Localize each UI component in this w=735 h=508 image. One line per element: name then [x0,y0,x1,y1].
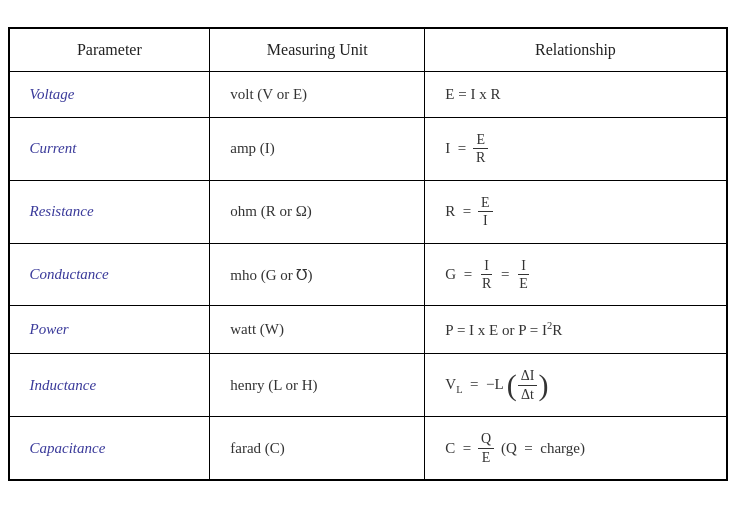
param-power: Power [9,306,210,354]
formula-resistance: R = E I [445,195,705,229]
table-row: Current amp (I) I = E R [9,118,726,181]
unit-inductance: henry (L or H) [210,354,425,417]
formula-capacitance: C = Q E (Q = charge) [445,431,705,465]
table-row: Power watt (W) P = I x E or P = I2R [9,306,726,354]
header-relationship: Relationship [425,29,726,72]
unit-resistance: ohm (R or Ω) [210,180,425,243]
rel-conductance: G = I R = I E [425,243,726,306]
unit-conductance: mho (G or ℧) [210,243,425,306]
param-current: Current [9,118,210,181]
formula-inductance: VL = −L ( ΔI Δt ) [445,368,705,402]
formula-conductance: G = I R = I E [445,258,705,292]
table-row: Capacitance farad (C) C = Q E (Q = charg… [9,417,726,480]
unit-voltage: volt (V or E) [210,72,425,118]
param-inductance: Inductance [9,354,210,417]
fraction-i-over-r: I R [479,258,494,292]
rel-capacitance: C = Q E (Q = charge) [425,417,726,480]
param-resistance: Resistance [9,180,210,243]
electrical-parameters-table: Parameter Measuring Unit Relationship Vo… [9,28,727,480]
unit-power: watt (W) [210,306,425,354]
fraction-delta-i-over-delta-t: ΔI Δt [518,368,538,402]
param-conductance: Conductance [9,243,210,306]
formula-current: I = E R [445,132,705,166]
rel-resistance: R = E I [425,180,726,243]
main-table-container: Parameter Measuring Unit Relationship Vo… [8,27,728,481]
table-row: Inductance henry (L or H) VL = −L ( ΔI Δ… [9,354,726,417]
rel-inductance: VL = −L ( ΔI Δt ) [425,354,726,417]
unit-capacitance: farad (C) [210,417,425,480]
fraction-e-over-i: E I [478,195,493,229]
fraction-i-over-e: I E [516,258,531,292]
rel-power: P = I x E or P = I2R [425,306,726,354]
param-voltage: Voltage [9,72,210,118]
header-parameter: Parameter [9,29,210,72]
formula-voltage: E = I x R [445,86,500,102]
table-row: Voltage volt (V or E) E = I x R [9,72,726,118]
table-row: Conductance mho (G or ℧) G = I R = I E [9,243,726,306]
fraction-q-over-e: Q E [478,431,494,465]
unit-current: amp (I) [210,118,425,181]
paren-inductance: ( ΔI Δt ) [507,368,549,402]
fraction-e-over-r: E R [473,132,488,166]
header-row: Parameter Measuring Unit Relationship [9,29,726,72]
rel-voltage: E = I x R [425,72,726,118]
formula-power: P = I x E or P = I2R [445,322,562,338]
param-capacitance: Capacitance [9,417,210,480]
rel-current: I = E R [425,118,726,181]
table-row: Resistance ohm (R or Ω) R = E I [9,180,726,243]
header-unit: Measuring Unit [210,29,425,72]
